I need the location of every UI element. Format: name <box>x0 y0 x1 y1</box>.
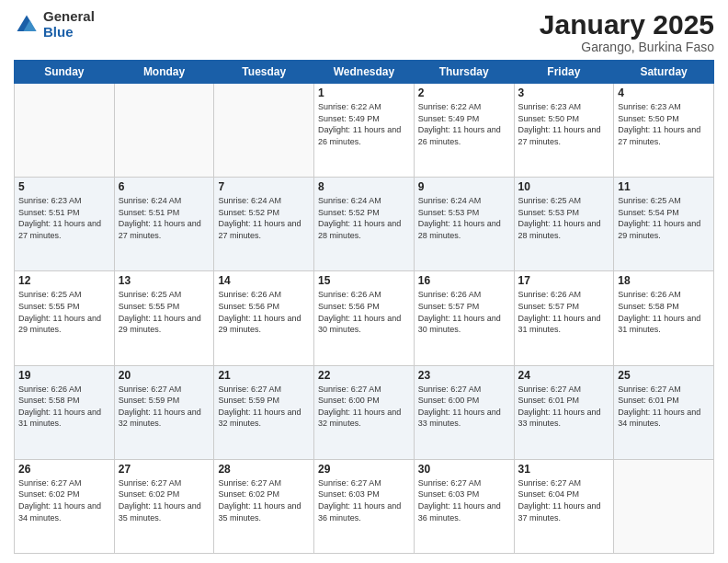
day-info: Sunrise: 6:27 AM Sunset: 6:00 PM Dayligh… <box>418 384 510 430</box>
day-info: Sunrise: 6:23 AM Sunset: 5:50 PM Dayligh… <box>618 101 710 147</box>
day-number: 28 <box>218 463 310 476</box>
day-info: Sunrise: 6:27 AM Sunset: 6:03 PM Dayligh… <box>318 477 410 523</box>
calendar-location: Garango, Burkina Faso <box>540 40 714 54</box>
calendar-week-row: 1Sunrise: 6:22 AM Sunset: 5:49 PM Daylig… <box>15 84 714 178</box>
day-number: 12 <box>18 274 110 287</box>
day-info: Sunrise: 6:27 AM Sunset: 6:01 PM Dayligh… <box>518 384 610 430</box>
calendar-header-row: Sunday Monday Tuesday Wednesday Thursday… <box>15 61 714 84</box>
day-info: Sunrise: 6:26 AM Sunset: 5:56 PM Dayligh… <box>218 289 310 335</box>
calendar-title: January 2025 <box>540 9 714 40</box>
day-number: 24 <box>518 369 610 382</box>
day-number: 26 <box>18 463 110 476</box>
col-wednesday: Wednesday <box>314 61 415 84</box>
day-number: 14 <box>218 274 310 287</box>
table-row: 27Sunrise: 6:27 AM Sunset: 6:02 PM Dayli… <box>114 459 214 553</box>
day-number: 8 <box>318 180 410 193</box>
day-number: 22 <box>318 369 410 382</box>
day-info: Sunrise: 6:26 AM Sunset: 5:57 PM Dayligh… <box>518 289 610 335</box>
table-row: 23Sunrise: 6:27 AM Sunset: 6:00 PM Dayli… <box>414 365 514 459</box>
col-friday: Friday <box>514 61 614 84</box>
day-info: Sunrise: 6:27 AM Sunset: 6:04 PM Dayligh… <box>518 477 610 523</box>
table-row: 3Sunrise: 6:23 AM Sunset: 5:50 PM Daylig… <box>514 84 614 178</box>
day-info: Sunrise: 6:25 AM Sunset: 5:53 PM Dayligh… <box>518 195 610 241</box>
table-row: 15Sunrise: 6:26 AM Sunset: 5:56 PM Dayli… <box>314 271 415 365</box>
day-number: 25 <box>618 369 710 382</box>
table-row <box>114 84 214 178</box>
day-info: Sunrise: 6:27 AM Sunset: 6:02 PM Dayligh… <box>119 477 210 523</box>
day-number: 27 <box>119 463 210 476</box>
table-row <box>15 84 115 178</box>
table-row: 6Sunrise: 6:24 AM Sunset: 5:51 PM Daylig… <box>114 178 214 271</box>
day-number: 13 <box>119 274 210 287</box>
page: General Blue January 2025 Garango, Burki… <box>0 0 728 563</box>
day-info: Sunrise: 6:27 AM Sunset: 5:59 PM Dayligh… <box>119 384 210 430</box>
day-info: Sunrise: 6:23 AM Sunset: 5:51 PM Dayligh… <box>18 195 110 241</box>
table-row: 1Sunrise: 6:22 AM Sunset: 5:49 PM Daylig… <box>314 84 415 178</box>
table-row: 17Sunrise: 6:26 AM Sunset: 5:57 PM Dayli… <box>514 271 614 365</box>
day-number: 4 <box>618 86 710 99</box>
calendar-week-row: 26Sunrise: 6:27 AM Sunset: 6:02 PM Dayli… <box>15 459 714 553</box>
day-info: Sunrise: 6:24 AM Sunset: 5:51 PM Dayligh… <box>119 195 210 241</box>
table-row: 31Sunrise: 6:27 AM Sunset: 6:04 PM Dayli… <box>514 459 614 553</box>
table-row: 21Sunrise: 6:27 AM Sunset: 5:59 PM Dayli… <box>214 365 314 459</box>
col-monday: Monday <box>114 61 214 84</box>
day-number: 18 <box>618 274 710 287</box>
table-row: 22Sunrise: 6:27 AM Sunset: 6:00 PM Dayli… <box>314 365 415 459</box>
day-info: Sunrise: 6:25 AM Sunset: 5:55 PM Dayligh… <box>18 289 110 335</box>
table-row: 16Sunrise: 6:26 AM Sunset: 5:57 PM Dayli… <box>414 271 514 365</box>
day-info: Sunrise: 6:22 AM Sunset: 5:49 PM Dayligh… <box>418 101 510 147</box>
day-info: Sunrise: 6:24 AM Sunset: 5:52 PM Dayligh… <box>218 195 310 241</box>
day-info: Sunrise: 6:26 AM Sunset: 5:58 PM Dayligh… <box>618 289 710 335</box>
table-row: 18Sunrise: 6:26 AM Sunset: 5:58 PM Dayli… <box>614 271 714 365</box>
table-row: 9Sunrise: 6:24 AM Sunset: 5:53 PM Daylig… <box>414 178 514 271</box>
table-row: 13Sunrise: 6:25 AM Sunset: 5:55 PM Dayli… <box>114 271 214 365</box>
day-info: Sunrise: 6:25 AM Sunset: 5:54 PM Dayligh… <box>618 195 710 241</box>
day-number: 1 <box>318 86 410 99</box>
day-info: Sunrise: 6:23 AM Sunset: 5:50 PM Dayligh… <box>518 101 610 147</box>
day-info: Sunrise: 6:26 AM Sunset: 5:57 PM Dayligh… <box>418 289 510 335</box>
table-row: 29Sunrise: 6:27 AM Sunset: 6:03 PM Dayli… <box>314 459 415 553</box>
calendar-table: Sunday Monday Tuesday Wednesday Thursday… <box>14 60 714 554</box>
col-sunday: Sunday <box>15 61 115 84</box>
day-number: 30 <box>418 463 510 476</box>
table-row: 10Sunrise: 6:25 AM Sunset: 5:53 PM Dayli… <box>514 178 614 271</box>
day-number: 17 <box>518 274 610 287</box>
day-info: Sunrise: 6:27 AM Sunset: 6:02 PM Dayligh… <box>18 477 110 523</box>
day-number: 9 <box>418 180 510 193</box>
col-tuesday: Tuesday <box>214 61 314 84</box>
table-row: 2Sunrise: 6:22 AM Sunset: 5:49 PM Daylig… <box>414 84 514 178</box>
day-info: Sunrise: 6:27 AM Sunset: 6:03 PM Dayligh… <box>418 477 510 523</box>
day-number: 29 <box>318 463 410 476</box>
calendar-week-row: 12Sunrise: 6:25 AM Sunset: 5:55 PM Dayli… <box>15 271 714 365</box>
logo: General Blue <box>14 9 95 40</box>
header: General Blue January 2025 Garango, Burki… <box>14 9 714 54</box>
table-row <box>214 84 314 178</box>
day-number: 7 <box>218 180 310 193</box>
day-number: 20 <box>119 369 210 382</box>
logo-text: General Blue <box>43 9 95 40</box>
table-row: 26Sunrise: 6:27 AM Sunset: 6:02 PM Dayli… <box>15 459 115 553</box>
day-info: Sunrise: 6:26 AM Sunset: 5:56 PM Dayligh… <box>318 289 410 335</box>
day-number: 23 <box>418 369 510 382</box>
table-row: 4Sunrise: 6:23 AM Sunset: 5:50 PM Daylig… <box>614 84 714 178</box>
table-row: 7Sunrise: 6:24 AM Sunset: 5:52 PM Daylig… <box>214 178 314 271</box>
table-row: 5Sunrise: 6:23 AM Sunset: 5:51 PM Daylig… <box>15 178 115 271</box>
day-number: 5 <box>18 180 110 193</box>
logo-blue-text: Blue <box>43 25 95 40</box>
day-number: 11 <box>618 180 710 193</box>
day-info: Sunrise: 6:27 AM Sunset: 6:02 PM Dayligh… <box>218 477 310 523</box>
col-saturday: Saturday <box>614 61 714 84</box>
day-number: 16 <box>418 274 510 287</box>
table-row: 14Sunrise: 6:26 AM Sunset: 5:56 PM Dayli… <box>214 271 314 365</box>
table-row: 24Sunrise: 6:27 AM Sunset: 6:01 PM Dayli… <box>514 365 614 459</box>
logo-icon <box>14 12 40 38</box>
day-info: Sunrise: 6:25 AM Sunset: 5:55 PM Dayligh… <box>119 289 210 335</box>
calendar-week-row: 19Sunrise: 6:26 AM Sunset: 5:58 PM Dayli… <box>15 365 714 459</box>
table-row <box>614 459 714 553</box>
title-block: January 2025 Garango, Burkina Faso <box>540 9 714 54</box>
day-number: 21 <box>218 369 310 382</box>
day-number: 15 <box>318 274 410 287</box>
day-number: 3 <box>518 86 610 99</box>
day-number: 2 <box>418 86 510 99</box>
day-info: Sunrise: 6:27 AM Sunset: 6:00 PM Dayligh… <box>318 384 410 430</box>
